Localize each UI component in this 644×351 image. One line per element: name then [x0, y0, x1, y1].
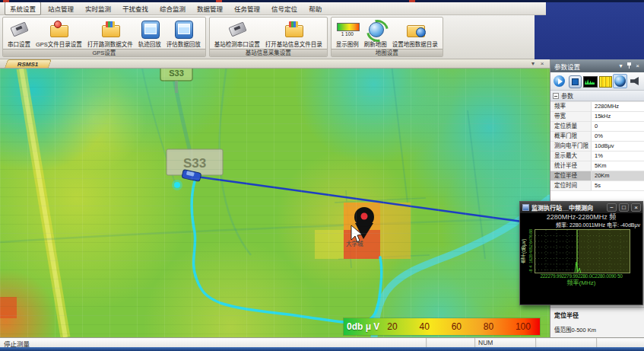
panel-toolbar	[550, 72, 644, 91]
folder-data-icon	[99, 19, 122, 39]
photo-blue-icon	[172, 19, 195, 39]
parameter-row[interactable]: 定位质量 0	[550, 122, 644, 132]
parameter-row[interactable]: 定位时间 5s	[550, 181, 644, 191]
parameter-row[interactable]: 统计半径 5Km	[550, 161, 644, 171]
map-overlay: S33 S33	[0, 69, 550, 337]
spectrum-plot[interactable]	[535, 229, 630, 273]
menu-item[interactable]: 数据管理	[192, 2, 227, 14]
window-top-edge	[0, 0, 644, 2]
ribbon-button[interactable]: 打开路测数据文件	[86, 18, 135, 48]
spectrum-range-header: 2280MHz-2280MHz 频	[520, 213, 642, 222]
stop-icon	[568, 75, 581, 88]
panel-menu-icon[interactable]: ▾	[617, 62, 625, 70]
colorbar-tick: 40	[420, 321, 430, 332]
map-view[interactable]: S33 S33	[0, 69, 550, 337]
parameter-row[interactable]: 带宽 15kHz	[550, 112, 644, 122]
serial-port-icon	[8, 19, 30, 39]
ribbon-button[interactable]: 评估数据回放	[165, 18, 202, 48]
ribbon-group-basestation: 基站检测串口设置 打开基站信息文件目录 基站信息采集设置	[209, 17, 328, 57]
globe-refresh-icon	[364, 19, 387, 39]
parameter-description: 定位半径 值范围0-500 Km	[550, 307, 644, 337]
gps-position-dot	[174, 182, 180, 188]
menu-item[interactable]: 实时监测	[81, 2, 116, 14]
menu-item[interactable]: 站点管理	[43, 2, 78, 14]
tab-close-icon[interactable]: ×	[538, 59, 547, 68]
serial-port-icon	[226, 19, 249, 39]
menu-item[interactable]: 信号定位	[267, 2, 302, 14]
colorbar-ticks: 20406080100	[379, 321, 540, 332]
spectrum-window-titlebar[interactable]: 监测执行站__中频测向 − □ ×	[520, 202, 642, 213]
menu-item[interactable]: 干扰查找	[118, 2, 153, 14]
ribbon-button[interactable]: 基站检测串口设置	[213, 18, 262, 48]
colorbar-tick: 20	[387, 321, 397, 332]
menu-bar: 系统设置 站点管理 实时监测 干扰查找 综合监测 数据管理 任务管理 信号定位 …	[0, 2, 546, 15]
colorbar-unit-label: 0db μ V	[344, 321, 379, 332]
parameter-panel-titlebar: 参数设置 ▾ ×	[550, 59, 644, 72]
colorbar-tick: 60	[452, 321, 462, 332]
road-badge-main: S33	[167, 149, 223, 175]
legend-icon: 1 100	[336, 19, 359, 39]
map-document-tab[interactable]: RSMS1	[5, 59, 52, 68]
panel-pin-icon[interactable]	[625, 61, 633, 72]
ribbon-button[interactable]: 打开基站信息文件目录	[264, 18, 324, 48]
status-message: 停止测量	[0, 338, 426, 347]
menu-item[interactable]: 任务管理	[230, 2, 265, 14]
spectrum-xticks: 222279.992279.992280.0C2280.0090 50	[520, 273, 642, 279]
tab-list-dropdown-icon[interactable]: ▾	[528, 59, 538, 68]
panel-tool-button[interactable]	[567, 74, 582, 88]
status-bar: 停止测量 NUM	[0, 337, 644, 347]
application-window: 系统设置 站点管理 实时监测 干扰查找 综合监测 数据管理 任务管理 信号定位 …	[0, 0, 644, 351]
panel-tool-button[interactable]	[613, 74, 627, 88]
folder-data-icon	[282, 19, 305, 39]
maximize-icon[interactable]: □	[619, 203, 629, 212]
svg-text:S33: S33	[183, 156, 206, 171]
panel-tool-button[interactable]	[628, 74, 642, 88]
minimize-icon[interactable]: −	[607, 203, 617, 212]
panel-tool-button[interactable]	[552, 74, 566, 88]
map-area-label: 大学城	[346, 240, 363, 247]
ribbon-button[interactable]: 刷新地图	[363, 18, 389, 48]
df-sector-shading	[579, 230, 630, 273]
spectrum-yticks: 887664524028164-8	[527, 229, 535, 273]
num-lock-indicator: NUM	[474, 338, 535, 347]
colorbar-tick: 80	[484, 321, 493, 332]
spectrum-marker-readout: 频率: 2280.0011MHz 电平: -40dBμv	[520, 222, 642, 228]
folder-pin-icon	[47, 19, 70, 39]
spectrum-xlabel: 频率(MHz)	[520, 279, 642, 286]
panel-title: 参数设置	[554, 62, 580, 71]
globe-icon	[614, 75, 627, 88]
ribbon-button[interactable]: 设置地图数据目录	[391, 18, 439, 48]
ribbon-button[interactable]: 轨迹回放	[137, 18, 163, 48]
play-icon	[553, 75, 566, 88]
menu-item[interactable]: 综合监测	[155, 2, 190, 14]
ribbon-button[interactable]: GPS文件目录设置	[34, 18, 84, 48]
panel-tool-button[interactable]	[582, 74, 597, 88]
svg-text:S33: S33	[169, 69, 184, 78]
signal-level-colorbar: 0db μ V 20406080100	[344, 318, 540, 335]
ribbon-button[interactable]: 1 100 显示图例	[335, 18, 360, 48]
close-icon[interactable]: ×	[631, 203, 641, 212]
parameter-group-header[interactable]: 参数	[550, 91, 644, 101]
parameter-row[interactable]: 频率 2280MHz	[550, 102, 644, 112]
parameter-row[interactable]: 测向电平门限 10dBμv	[550, 142, 644, 152]
panel-close-icon[interactable]: ×	[633, 62, 642, 70]
description-title: 定位半径	[554, 311, 640, 319]
parameter-table: 频率 2280MHz 带宽 15kHz 定位质量 0 概率门限	[550, 101, 644, 191]
heat-cell-yellow	[315, 230, 344, 259]
ribbon-group-caption: 基站信息采集设置	[210, 49, 327, 57]
document-tab-bar: RSMS1 ▾ ×	[0, 59, 550, 69]
panel-tool-button[interactable]	[598, 74, 612, 88]
menu-item[interactable]: 系统设置	[5, 2, 41, 15]
ribbon-group-gps: 串口设置 GPS文件目录设置 打开路测数据文件 轨迹回放	[2, 17, 206, 57]
parameter-row[interactable]: 定位半径 20Km	[550, 171, 644, 181]
collapse-icon[interactable]	[553, 93, 559, 99]
parameter-row[interactable]: 显示最大 1%	[550, 152, 644, 161]
photo-blue-icon	[138, 19, 161, 39]
speaker-icon	[629, 75, 642, 88]
menu-item[interactable]: 帮助	[304, 2, 326, 14]
waterfall-icon	[598, 75, 611, 88]
parameter-row[interactable]: 概率门限 0%	[550, 132, 644, 142]
folder-globe-icon	[404, 19, 427, 39]
ribbon-group-caption: 地图设置	[332, 49, 443, 57]
ribbon-button[interactable]: 串口设置	[6, 18, 32, 48]
